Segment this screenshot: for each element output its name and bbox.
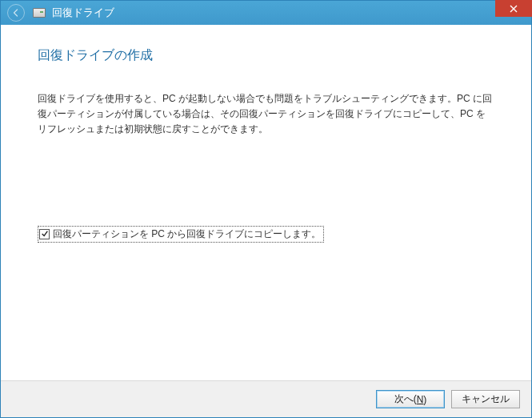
content-area: 回復ドライブの作成 回復ドライブを使用すると、PC が起動しない場合でも問題をト… — [1, 25, 531, 380]
next-label-prefix: 次へ( — [394, 392, 417, 406]
close-button[interactable] — [495, 0, 532, 17]
back-arrow-icon — [11, 8, 21, 18]
next-label-suffix: ) — [423, 394, 426, 405]
drive-icon — [33, 8, 46, 18]
description-text: 回復ドライブを使用すると、PC が起動しない場合でも問題をトラブルシューティング… — [38, 91, 494, 138]
checkbox-label: 回復パーティションを PC から回復ドライブにコピーします。 — [53, 227, 321, 241]
next-button[interactable]: 次へ(N) — [376, 390, 445, 408]
recovery-drive-window: 回復ドライブ 回復ドライブの作成 回復ドライブを使用すると、PC が起動しない場… — [0, 0, 532, 418]
window-title: 回復ドライブ — [52, 6, 114, 20]
checkmark-icon — [41, 230, 49, 238]
titlebar: 回復ドライブ — [1, 1, 531, 25]
back-button[interactable] — [7, 4, 25, 22]
checkbox-box — [39, 229, 50, 239]
next-label-key: N — [417, 394, 424, 405]
footer: 次へ(N) キャンセル — [1, 380, 531, 417]
cancel-button[interactable]: キャンセル — [451, 390, 520, 408]
copy-partition-checkbox-row[interactable]: 回復パーティションを PC から回復ドライブにコピーします。 — [38, 226, 324, 243]
close-icon — [510, 5, 518, 13]
page-heading: 回復ドライブの作成 — [38, 47, 494, 64]
